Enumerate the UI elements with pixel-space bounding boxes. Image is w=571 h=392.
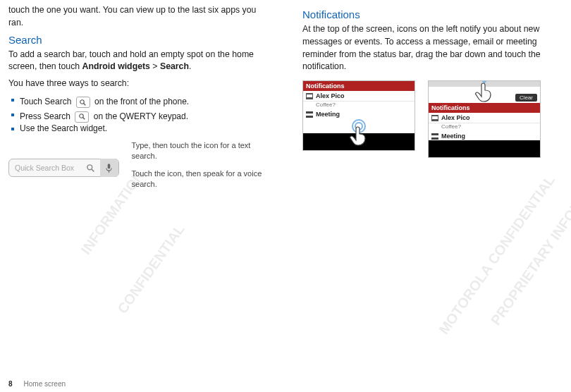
page-number: 8 [8,380,13,388]
bullet-dot-icon [11,99,14,102]
callout-text-search: Type, then touch the icon for a text sea… [132,140,269,161]
list-item: Press Search on the QWERTY keypad. [8,109,269,121]
search-heading: Search [8,34,269,46]
search-intro: To add a search bar, touch and hold an e… [8,49,269,74]
search-callouts: Type, then touch the icon for a text sea… [132,159,269,189]
android-widgets-label: Android widgets [82,61,150,71]
page-footer: 8 Home screen [8,380,66,388]
b3-text: Use the Search widget. [20,123,107,133]
notification-item[interactable]: Alex Pico [303,91,415,102]
notification-sender: Alex Pico [441,114,470,121]
notification-header: Notifications [303,81,415,91]
svg-point-4 [87,165,92,170]
message-icon [306,93,313,99]
b1-pre: Touch Search [20,97,74,106]
notification-item[interactable]: Alex Pico [429,113,540,123]
quick-search-widget[interactable]: Quick Search Box [8,159,119,177]
notification-header-label: Notifications [306,82,345,90]
clear-button[interactable]: Clear [515,94,537,102]
search-qwerty-key-icon [75,111,89,123]
search-ways-list: Touch Search on the front of the phone. … [8,94,269,133]
search-label-bold: Search [160,61,189,71]
list-item: Touch Search on the front of the phone. [8,94,269,106]
b2-pre: Press Search [20,111,73,121]
svg-point-2 [80,114,84,118]
calendar-icon [306,111,313,118]
notification-sender: Alex Pico [316,92,345,99]
notification-illustrations: Notifications Alex Pico Coffee? Meeting [302,80,563,158]
message-icon [431,115,438,121]
intro-text: touch the one you want. You can view up … [8,4,269,30]
notifications-para: At the top of the screen, icons on the l… [302,23,563,73]
svg-rect-6 [108,164,111,169]
notification-item[interactable]: Meeting [303,109,415,119]
nav-bar [429,140,540,157]
b1-post: on the front of the phone. [94,97,189,106]
svg-point-0 [80,99,85,104]
watermark-left-a: CONFIDENTIAL [114,221,188,317]
b2-post: on the QWERTY keypad. [94,111,188,121]
bullet-dot-icon [11,128,14,130]
calendar-icon [431,133,438,140]
search-hardkey-icon [76,97,90,108]
notification-panel-open: Clear Notifications Alex Pico Coffee? Me… [428,80,541,158]
search-icon[interactable] [82,159,100,177]
meeting-label: Meeting [316,111,340,118]
search-intro-end: . [189,61,191,71]
notification-item[interactable]: Meeting [429,131,540,141]
touch-hand-icon [343,119,374,151]
right-column: Notifications At the top of the screen, … [302,4,563,190]
list-item: Use the Search widget. [8,123,269,133]
notifications-heading: Notifications [302,8,563,20]
meeting-label: Meeting [441,133,465,140]
bullet-dot-icon [11,114,14,116]
svg-line-5 [92,169,94,171]
microphone-icon[interactable] [100,159,118,177]
callout-voice-search: Touch the icon, then speak for a voice s… [132,169,269,190]
three-ways-text: You have three ways to search: [8,78,269,90]
notification-panel-closed: Notifications Alex Pico Coffee? Meeting [302,80,415,158]
notification-header-label: Notifications [431,104,470,111]
notification-preview: Coffee? [429,123,540,131]
left-column: touch the one you want. You can view up … [8,4,269,190]
quick-search-placeholder: Quick Search Box [9,164,82,172]
drag-hand-icon [469,80,500,109]
gt-sep: > [150,61,160,71]
notification-preview: Coffee? [303,102,415,109]
section-name: Home screen [24,380,66,388]
svg-line-3 [82,118,85,120]
svg-line-1 [84,103,86,105]
